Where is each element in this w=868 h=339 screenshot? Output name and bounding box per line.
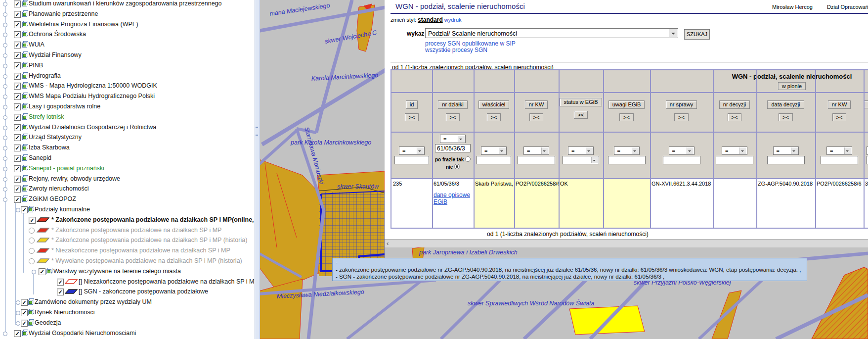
tree-checkbox[interactable]: ✓ bbox=[14, 186, 21, 193]
column-sort-button[interactable]: uwagi EGiB bbox=[608, 100, 645, 109]
egib-data-link[interactable]: dane opisowe EGiB bbox=[434, 192, 474, 205]
tree-expand-handle[interactable] bbox=[3, 105, 7, 109]
tree-item-label[interactable]: Hydrografia bbox=[29, 71, 61, 81]
tree-item-label[interactable]: Lasy i gospodarstwa rolne bbox=[29, 101, 100, 112]
tree-item-label[interactable]: Rynek Nieruchomosci bbox=[35, 307, 95, 318]
filter-operator-select[interactable]: = bbox=[826, 146, 852, 155]
orientation-button[interactable]: w pionie bbox=[778, 82, 806, 90]
tree-checkbox[interactable]: ✓ bbox=[14, 124, 21, 131]
column-sort-button[interactable]: data decyzji bbox=[767, 100, 804, 109]
filter-input[interactable] bbox=[608, 156, 646, 164]
tree-checkbox[interactable]: ✓ bbox=[14, 103, 21, 110]
filter-input[interactable] bbox=[477, 156, 511, 164]
tree-expand-handle[interactable] bbox=[16, 300, 20, 305]
tree-checkbox[interactable]: ✓ bbox=[57, 289, 64, 295]
tree-expand-handle[interactable] bbox=[3, 177, 7, 182]
tree-item-label[interactable]: WMS Mapa Podziału Hydrograficznego Polsk… bbox=[29, 91, 155, 101]
tree-checkbox[interactable]: ✓ bbox=[29, 217, 36, 224]
column-sort-button[interactable]: nr sprawy bbox=[666, 100, 697, 109]
tree-expand-handle[interactable] bbox=[3, 84, 7, 89]
tree-item[interactable]: ✓ * Zakończone postępowania podziałowe n… bbox=[0, 215, 255, 225]
tree-item-label[interactable]: Studium uwarunkowań i kierunków zagospod… bbox=[29, 0, 222, 9]
phrase-option-no[interactable]: nie bbox=[432, 163, 474, 171]
tree-item[interactable]: * Zakończone postępowania podziałowe na … bbox=[0, 235, 255, 245]
tree-expand-handle[interactable] bbox=[16, 321, 20, 326]
tree-checkbox[interactable]: ✓ bbox=[14, 176, 21, 183]
tree-expand-handle[interactable] bbox=[3, 64, 7, 68]
filter-operator-select[interactable]: = bbox=[399, 146, 425, 155]
tree-item[interactable]: ✓ Sanepid bbox=[0, 153, 255, 163]
tree-checkbox[interactable]: ✓ bbox=[14, 134, 21, 141]
filter-input[interactable]: 61/05/36/3 bbox=[435, 144, 471, 152]
tree-item[interactable]: ✓ WMS - Mapa Hydrologiczna 1:50000 WODGI… bbox=[0, 81, 255, 91]
tree-item[interactable]: ✓ Hydrografia bbox=[0, 71, 255, 81]
tree-item-label[interactable]: * Zakończone postępowania podziałowe na … bbox=[51, 215, 255, 225]
tree-item[interactable]: ✓ WMS Mapa Podziału Hydrograficznego Pol… bbox=[0, 91, 255, 101]
filter-operator-select[interactable]: = bbox=[568, 146, 594, 155]
tree-checkbox[interactable]: ✓ bbox=[21, 309, 28, 316]
tree-expand-handle[interactable] bbox=[3, 2, 7, 6]
tree-item[interactable]: ✓ Zamówione dokumenty przez wydziały UM bbox=[0, 297, 255, 307]
filter-operator-select[interactable]: = bbox=[773, 146, 799, 155]
tree-checkbox[interactable]: ✓ bbox=[14, 155, 21, 162]
tree-checkbox[interactable]: ✓ bbox=[14, 73, 21, 80]
tree-expand-handle[interactable] bbox=[3, 197, 7, 202]
tree-checkbox[interactable]: ✓ bbox=[39, 268, 45, 275]
tree-item[interactable]: ✓ Sanepid - powiat poznański bbox=[0, 163, 255, 174]
column-filter-toggle-button[interactable]: >< bbox=[619, 113, 634, 121]
tree-item-label[interactable]: * Zakończone postępowania podziałowe na … bbox=[51, 235, 247, 245]
tree-checkbox[interactable]: ✓ bbox=[14, 11, 21, 18]
tree-item[interactable]: ✓ Rynek Nieruchomosci bbox=[0, 307, 255, 318]
sgn-published-link[interactable]: procesy SGN opublikowane w SIP bbox=[425, 40, 516, 47]
tree-item[interactable]: ✓ Wydział Gospodarki Nieruchomosciami bbox=[0, 328, 255, 339]
column-sort-button[interactable]: właściciel bbox=[478, 100, 509, 109]
tree-item[interactable]: ✓ Lasy i gospodarstwa rolne bbox=[0, 101, 255, 112]
tree-item-label[interactable]: WMS - Mapa Hydrologiczna 1:50000 WODGIK bbox=[29, 81, 157, 91]
tree-radio[interactable] bbox=[29, 258, 35, 264]
tree-checkbox[interactable]: ✓ bbox=[21, 320, 28, 327]
tree-checkbox[interactable]: ✓ bbox=[14, 93, 21, 100]
tree-checkbox[interactable]: ✓ bbox=[57, 279, 64, 286]
tree-radio[interactable] bbox=[29, 248, 35, 254]
column-filter-toggle-button[interactable]: >< bbox=[487, 113, 501, 121]
filter-input[interactable] bbox=[663, 156, 700, 164]
tree-checkbox[interactable]: ✓ bbox=[14, 31, 21, 38]
column-filter-toggle-button[interactable]: >< bbox=[832, 113, 847, 121]
tree-checkbox[interactable]: ✓ bbox=[14, 52, 21, 59]
tree-checkbox[interactable]: ✓ bbox=[14, 0, 21, 7]
filter-operator-select[interactable]: = bbox=[440, 135, 466, 143]
tree-expand-handle[interactable] bbox=[3, 95, 7, 99]
tree-item-label[interactable]: Wydział Gospodarki Nieruchomosciami bbox=[29, 328, 136, 339]
tree-item-label[interactable]: WUiA bbox=[29, 40, 44, 50]
tree-checkbox[interactable]: ✓ bbox=[14, 62, 21, 69]
tree-expand-handle[interactable] bbox=[16, 208, 20, 212]
column-filter-toggle-button[interactable]: >< bbox=[674, 113, 689, 121]
tree-item-label[interactable]: Wydział Działalności Gospodarczej i Roln… bbox=[29, 122, 156, 133]
tree-item-label[interactable]: Geodezja bbox=[35, 318, 61, 328]
tree-item[interactable]: * Niezakończone postępowania podziałowe … bbox=[0, 245, 255, 256]
tree-item[interactable]: ✓ Urząd Statystyczny bbox=[0, 132, 255, 143]
column-sort-button[interactable]: nr działki bbox=[438, 100, 467, 109]
tree-checkbox[interactable]: ✓ bbox=[14, 21, 21, 28]
tree-item[interactable]: * Zakończone postępowania podziałowe na … bbox=[0, 225, 255, 236]
tree-expand-handle[interactable] bbox=[3, 43, 7, 48]
tree-item-label[interactable]: ZGiKM GEOPOZ bbox=[29, 194, 76, 204]
tree-expand-handle[interactable] bbox=[3, 136, 7, 140]
filter-input[interactable] bbox=[394, 156, 429, 164]
tree-item-label[interactable]: Warstwy wczytywane na terenie całego mia… bbox=[53, 266, 181, 277]
column-sort-button[interactable]: status w EGiB bbox=[560, 98, 602, 106]
tree-item[interactable]: ✓ Izba Skarbowa bbox=[0, 143, 255, 153]
filter-operator-select[interactable]: = bbox=[481, 146, 507, 155]
tree-expand-handle[interactable] bbox=[3, 33, 7, 37]
tree-item-label[interactable]: Wieloletnia Prognoza Finansowa (WPF) bbox=[29, 19, 138, 30]
tree-radio[interactable] bbox=[29, 238, 35, 243]
tree-item[interactable]: ✓ Wieloletnia Prognoza Finansowa (WPF) bbox=[0, 19, 255, 30]
tree-item-label[interactable]: Strefy lotnisk bbox=[29, 112, 64, 122]
filter-operator-select[interactable]: = bbox=[669, 146, 694, 155]
tree-checkbox[interactable]: ✓ bbox=[14, 165, 21, 172]
column-filter-toggle-button[interactable]: >< bbox=[728, 113, 742, 121]
tree-item[interactable]: ✓ Warstwy wczytywane na terenie całego m… bbox=[0, 266, 255, 277]
tree-item[interactable]: ✓ Wydział Działalności Gospodarczej i Ro… bbox=[0, 122, 255, 133]
tree-expand-handle[interactable] bbox=[3, 332, 7, 336]
horizontal-scrollbar[interactable]: ‹ bbox=[385, 239, 868, 247]
